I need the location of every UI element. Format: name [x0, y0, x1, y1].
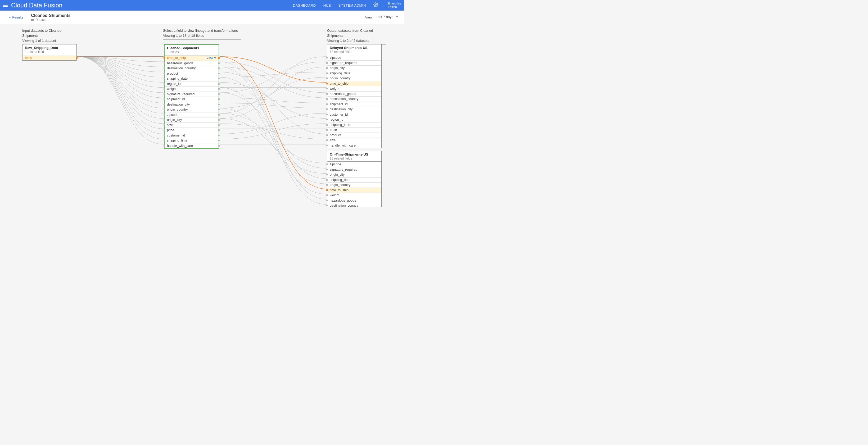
port-left	[163, 78, 165, 80]
field-row[interactable]: destination_country	[327, 96, 381, 102]
field-row[interactable]: product	[164, 71, 219, 76]
section-header: Output datasets from Cleaned-ShipmentsVi…	[327, 28, 386, 45]
port-left	[163, 124, 165, 126]
field-row[interactable]: destination_country	[164, 66, 219, 71]
port-right	[218, 93, 220, 95]
dataset-header[interactable]: Delayed-Shipments-US18 related fields	[327, 44, 381, 55]
nav-dashboard[interactable]: DASHBOARD	[293, 3, 316, 7]
port-left	[163, 73, 165, 74]
dataset-header[interactable]: On-Time-Shipments-US18 related fields	[327, 151, 381, 162]
top-nav: DASHBOARD HUB SYSTEM ADMIN	[293, 2, 378, 8]
field-row[interactable]: region_id	[164, 81, 219, 87]
field-row[interactable]: destination_city	[164, 102, 219, 107]
dataset-header[interactable]: Raw_Shipping_Data1 related field	[23, 44, 76, 55]
field-row[interactable]: shipping_date	[164, 76, 219, 81]
port-right	[218, 57, 220, 59]
field-row[interactable]: origin_city	[164, 117, 219, 123]
dataset-box: Cleaned-Shipments18 fieldstime_to_shipVi…	[164, 44, 219, 149]
port-left	[326, 108, 328, 110]
field-row[interactable]: signature_required	[164, 92, 219, 97]
port-right	[218, 145, 220, 147]
view-range-dropdown[interactable]: Last 7 days	[375, 14, 399, 20]
topbar: Cloud Data Fusion DASHBOARD HUB SYSTEM A…	[0, 0, 404, 10]
field-row[interactable]: origin_country	[164, 107, 219, 112]
port-left	[163, 135, 165, 136]
field-row[interactable]: origin_country	[327, 182, 381, 188]
section-header: Input datasets to Cleaned-ShipmentsViewi…	[22, 28, 77, 45]
field-row[interactable]: zipcode	[164, 112, 219, 118]
brand-title: Cloud Data Fusion	[11, 2, 62, 9]
field-row[interactable]: weight	[327, 193, 381, 198]
svg-point-0	[375, 4, 377, 5]
nav-hub[interactable]: HUB	[323, 3, 331, 7]
field-row[interactable]: size	[164, 123, 219, 128]
field-row[interactable]: origin_country	[327, 76, 381, 81]
port-left	[163, 119, 165, 121]
field-row[interactable]: zipcode	[327, 162, 381, 167]
gear-icon[interactable]	[373, 2, 378, 8]
port-right	[218, 135, 220, 136]
field-row[interactable]: shipping_date	[327, 177, 381, 183]
field-row[interactable]: zipcode	[327, 55, 381, 60]
port-left	[326, 200, 328, 201]
field-row[interactable]: signature_required	[327, 60, 381, 66]
port-left	[163, 93, 165, 95]
field-row[interactable]: shipping_time	[327, 122, 381, 128]
field-row[interactable]: origin_city	[327, 172, 381, 177]
field-row[interactable]: hazardous_goods	[327, 91, 381, 97]
field-row[interactable]: size	[327, 137, 381, 143]
field-row[interactable]: customer_id	[327, 112, 381, 117]
field-row[interactable]: handle_with_care	[164, 143, 219, 149]
dataset-box: On-Time-Shipments-US18 related fieldszip…	[327, 151, 381, 207]
field-row[interactable]: price	[327, 127, 381, 132]
port-right	[218, 62, 220, 64]
port-left	[326, 163, 328, 165]
port-right	[76, 57, 78, 59]
field-row[interactable]: shipping_date	[327, 71, 381, 76]
field-row[interactable]: hazardous_goods	[327, 198, 381, 203]
field-row[interactable]: product	[327, 132, 381, 138]
field-row[interactable]: destination_city	[327, 107, 381, 112]
port-left	[326, 98, 328, 100]
port-right	[218, 83, 220, 85]
field-row[interactable]: shipping_time	[164, 138, 219, 143]
field-row[interactable]: time_to_shipView	[164, 55, 219, 61]
port-right	[218, 124, 220, 126]
port-right	[218, 88, 220, 90]
port-left	[163, 140, 165, 141]
results-link[interactable]: « Results	[9, 15, 23, 19]
subheader: « Results Cleaned-Shipments Dataset View…	[0, 10, 404, 24]
field-row[interactable]: shipment_id	[327, 102, 381, 107]
field-row[interactable]: destination_country	[327, 203, 381, 207]
field-row[interactable]: handle_with_care	[327, 143, 381, 148]
field-row[interactable]: shipment_id	[164, 97, 219, 102]
field-row[interactable]: body	[23, 55, 76, 60]
edition-label: Enterprise Edition	[388, 2, 401, 9]
field-row[interactable]: price	[164, 128, 219, 133]
port-left	[326, 119, 328, 120]
field-row[interactable]: weight	[164, 86, 219, 92]
port-left	[326, 145, 328, 146]
hamburger-menu[interactable]	[0, 0, 10, 10]
field-row[interactable]: hazardous_goods	[164, 61, 219, 66]
port-left	[326, 174, 328, 176]
field-row[interactable]: time_to_ship	[327, 81, 381, 86]
view-lineage-link[interactable]: View	[207, 56, 216, 60]
field-row[interactable]: region_id	[327, 117, 381, 122]
port-right	[218, 140, 220, 141]
port-left	[326, 189, 328, 191]
field-row[interactable]: weight	[327, 86, 381, 91]
field-row[interactable]: origin_city	[327, 65, 381, 71]
field-row[interactable]: signature_required	[327, 167, 381, 172]
port-left	[163, 67, 165, 69]
field-row[interactable]: time_to_ship	[327, 188, 381, 193]
port-right	[218, 78, 220, 80]
field-row[interactable]: customer_id	[164, 133, 219, 138]
dataset-box: Delayed-Shipments-US18 related fieldszip…	[327, 44, 381, 148]
page-subtitle: Dataset	[35, 18, 46, 22]
port-left	[326, 129, 328, 131]
dataset-header[interactable]: Cleaned-Shipments18 fields	[164, 45, 219, 55]
nav-system-admin[interactable]: SYSTEM ADMIN	[338, 3, 366, 7]
port-right	[218, 98, 220, 100]
port-left	[163, 109, 165, 110]
